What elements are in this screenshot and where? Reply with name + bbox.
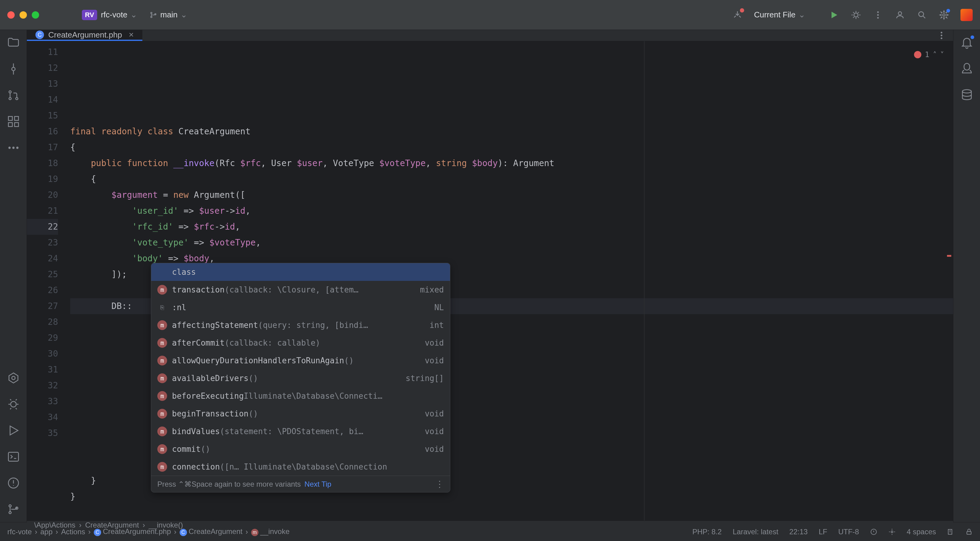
app-icon[interactable] xyxy=(961,9,973,21)
line-number[interactable]: 16 xyxy=(27,124,58,140)
debug-tool-icon[interactable] xyxy=(7,398,20,411)
line-number[interactable]: 34 xyxy=(27,409,58,425)
code-line[interactable]: 'vote_type' => $voteType, xyxy=(70,235,953,251)
code-line[interactable]: 'rfc_id' => $rfc->id, xyxy=(70,219,953,235)
project-tool-icon[interactable] xyxy=(7,36,20,49)
chevron-down-icon[interactable]: ˅ xyxy=(940,47,944,63)
code-line[interactable]: public function __invoke(Rfc $rfc, User … xyxy=(70,155,953,171)
completion-item[interactable]: mafterCommit(callback: callable)void xyxy=(151,334,450,352)
line-number[interactable]: 19 xyxy=(27,171,58,187)
nav-path-item[interactable]: CCreateArgument xyxy=(180,527,243,536)
inspection-widget[interactable]: 1 ˄ ˅ xyxy=(914,47,944,63)
more-icon[interactable]: ⋮ xyxy=(435,479,444,489)
line-number[interactable]: 26 xyxy=(27,282,58,298)
code-line[interactable]: 'user_id' => $user->id, xyxy=(70,203,953,219)
completion-item[interactable]: mcommit()void xyxy=(151,440,450,458)
line-number[interactable]: 21 xyxy=(27,203,58,219)
close-window-icon[interactable] xyxy=(7,11,15,19)
run-configuration[interactable]: Current File ⌄ xyxy=(754,10,818,19)
line-number[interactable]: 13 xyxy=(27,76,58,92)
notifications-icon[interactable] xyxy=(960,36,974,49)
line-number[interactable]: 33 xyxy=(27,393,58,409)
chevron-up-icon[interactable]: ˄ xyxy=(933,47,937,63)
chevron-down-icon[interactable]: ⌄ xyxy=(130,10,137,19)
database-tool-icon[interactable] xyxy=(960,89,974,102)
completion-item[interactable]: mbeforeExecuting Illuminate\Database\Con… xyxy=(151,387,450,405)
line-number[interactable]: 30 xyxy=(27,346,58,362)
code-with-me-icon[interactable] xyxy=(894,10,905,21)
line-number[interactable]: 28 xyxy=(27,314,58,330)
code-line[interactable]: $argument = new Argument([ xyxy=(70,187,953,203)
debug-button[interactable] xyxy=(851,10,861,21)
php-version[interactable]: PHP: 8.2 xyxy=(692,528,722,536)
run-tool-icon[interactable] xyxy=(7,424,20,437)
nav-path-item[interactable]: Actions xyxy=(61,528,85,536)
readonly-icon[interactable] xyxy=(870,528,877,536)
minimize-window-icon[interactable] xyxy=(19,11,27,19)
navigation-bar[interactable]: rfc-vote›app›Actions›CCreateArgument.php… xyxy=(7,527,290,536)
line-number[interactable]: 15 xyxy=(27,108,58,124)
code-line[interactable]: { xyxy=(70,171,953,187)
line-number[interactable]: 23 xyxy=(27,235,58,251)
nav-path-item[interactable]: CCreateArgument.php xyxy=(94,527,171,536)
encoding[interactable]: UTF-8 xyxy=(838,528,859,536)
completion-item[interactable]: maffectingStatement(query: string, [bind… xyxy=(151,316,450,334)
completion-item[interactable]: mavailableDrivers()string[] xyxy=(151,370,450,387)
line-number[interactable]: 20 xyxy=(27,187,58,203)
more-tools-icon[interactable] xyxy=(7,141,20,154)
line-number[interactable]: 31 xyxy=(27,362,58,378)
line-number[interactable]: 29 xyxy=(27,330,58,346)
more-actions-button[interactable] xyxy=(872,10,883,21)
line-number[interactable]: 14 xyxy=(27,92,58,108)
line-number[interactable]: 25 xyxy=(27,267,58,282)
file-status-icon[interactable] xyxy=(947,528,955,536)
line-number[interactable]: 12 xyxy=(27,60,58,76)
search-everywhere-icon[interactable] xyxy=(916,10,928,21)
code-line[interactable] xyxy=(70,505,953,520)
pull-requests-icon[interactable] xyxy=(7,89,20,102)
line-number[interactable]: 11 xyxy=(27,44,58,60)
tab-options-icon[interactable] xyxy=(936,30,947,41)
close-tab-icon[interactable]: × xyxy=(129,30,134,40)
completion-item[interactable]: class xyxy=(151,263,450,281)
services-tool-icon[interactable] xyxy=(7,371,20,385)
vcs-branch[interactable]: main ⌄ xyxy=(150,10,199,19)
laravel-version[interactable]: Laravel: latest xyxy=(733,528,778,536)
completion-item[interactable]: mbindValues(statement: \PDOStatement, bi… xyxy=(151,422,450,440)
completion-item[interactable]: mtransaction(callback: \Closure, [attem…… xyxy=(151,281,450,298)
code-line[interactable]: { xyxy=(70,140,953,155)
line-number[interactable]: 17 xyxy=(27,140,58,155)
line-number[interactable]: 35 xyxy=(27,425,58,441)
line-number[interactable]: 22 xyxy=(27,219,58,235)
indent-settings[interactable]: 4 spaces xyxy=(907,528,936,536)
vcs-tool-icon[interactable] xyxy=(7,503,20,516)
project-name[interactable]: rfc-vote xyxy=(101,10,127,19)
nav-path-item[interactable]: m__invoke xyxy=(251,527,290,536)
completion-item[interactable]: mallowQueryDurationHandlersToRunAgain()v… xyxy=(151,352,450,370)
structure-tool-icon[interactable] xyxy=(7,115,20,128)
line-number[interactable]: 27 xyxy=(27,298,58,314)
vcs-update-icon[interactable] xyxy=(732,10,743,21)
completion-item[interactable]: mconnection([n… Illuminate\Database\Conn… xyxy=(151,458,450,476)
terminal-tool-icon[interactable] xyxy=(7,450,20,463)
settings-icon[interactable] xyxy=(939,10,950,21)
line-number[interactable]: 32 xyxy=(27,378,58,393)
nav-path-item[interactable]: app xyxy=(40,528,52,536)
problems-tool-icon[interactable] xyxy=(7,476,20,490)
run-button[interactable] xyxy=(829,10,840,21)
code-line[interactable]: final readonly class CreateArgument xyxy=(70,124,953,140)
completion-item[interactable]: ⎘:nlNL xyxy=(151,298,450,316)
commit-tool-icon[interactable] xyxy=(7,62,20,76)
ai-assistant-icon[interactable] xyxy=(960,62,974,76)
maximize-window-icon[interactable] xyxy=(32,11,39,19)
nav-path-item[interactable]: rfc-vote xyxy=(7,528,32,536)
lock-icon[interactable] xyxy=(965,528,973,536)
line-number[interactable]: 24 xyxy=(27,251,58,267)
line-number[interactable]: 18 xyxy=(27,155,58,171)
line-separator[interactable]: LF xyxy=(819,528,827,536)
tab-createargument[interactable]: C CreateArgument.php × xyxy=(27,30,142,41)
caret-position[interactable]: 22:13 xyxy=(789,528,808,536)
completion-item[interactable]: mbeginTransaction()void xyxy=(151,405,450,422)
next-tip-link[interactable]: Next Tip xyxy=(305,480,331,489)
memory-indicator-icon[interactable] xyxy=(888,528,896,536)
